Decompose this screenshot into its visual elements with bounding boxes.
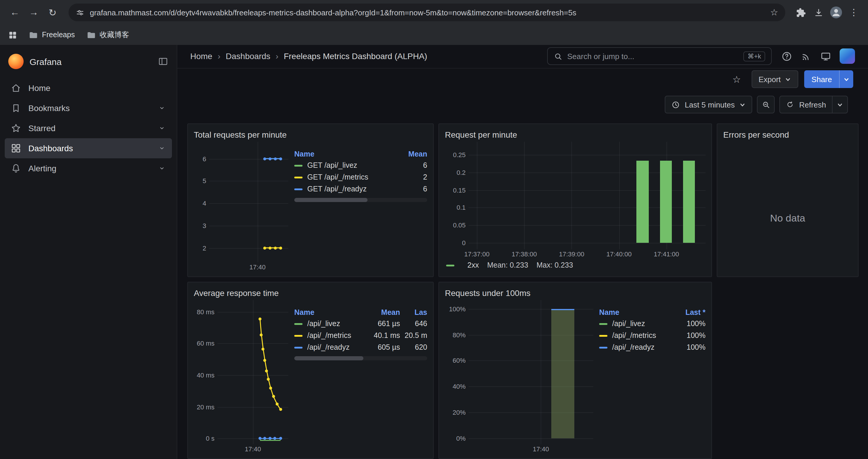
panel-title[interactable]: Errors per second [723, 128, 852, 142]
bar-chart-plot[interactable] [469, 300, 593, 444]
legend[interactable]: 2xx Mean: 0.233 Max: 0.233 [445, 259, 706, 272]
sidebar-item-home[interactable]: Home [5, 78, 172, 98]
back-button[interactable]: ← [6, 4, 24, 21]
address-bar[interactable]: grafana.mathmast.com/d/deytv4rwavabkb/fr… [68, 4, 785, 21]
news-icon[interactable] [801, 51, 812, 62]
extensions-icon[interactable] [793, 4, 809, 21]
sidebar-item-alerting[interactable]: Alerting [5, 158, 172, 178]
help-icon[interactable] [781, 51, 793, 62]
forward-button[interactable]: → [25, 4, 42, 21]
legend-row[interactable]: /api/_/readyz100% [599, 341, 706, 353]
export-label: Export [758, 75, 780, 84]
legend-scrollbar[interactable] [294, 198, 427, 202]
x-tick-label: 17:41:00 [654, 251, 679, 258]
bookmark-folder-freeleaps[interactable]: Freeleaps [29, 30, 75, 39]
gridline [541, 300, 541, 444]
bar [637, 161, 649, 243]
profile-avatar[interactable] [828, 4, 844, 21]
y-axis: 65432 [194, 142, 209, 262]
scrollbar-thumb[interactable] [294, 356, 363, 360]
apps-grid-icon[interactable] [8, 30, 17, 39]
legend-row[interactable]: GET /api/_/metrics2 [294, 171, 427, 183]
user-avatar[interactable] [840, 49, 855, 64]
bookmark-star-icon[interactable]: ☆ [770, 7, 778, 18]
chevron-down-icon[interactable] [158, 124, 166, 132]
legend-series-name[interactable]: 2xx [467, 261, 479, 269]
chevron-down-icon[interactable] [158, 164, 166, 172]
legend-scrollbar[interactable] [294, 356, 427, 360]
y-tick-label: 40 ms [197, 371, 215, 379]
search-input[interactable]: Search or jump to... ⌘+k [547, 47, 772, 65]
legend-row[interactable]: /api/_/metrics40.1 ms20.5 m [294, 330, 427, 341]
gridline [469, 155, 706, 155]
series-swatch [294, 335, 303, 337]
legend-table: NameMeanLas/api/_livez661 µs646/api/_/me… [294, 300, 427, 454]
series-swatch [294, 189, 303, 190]
legend-row[interactable]: /api/_livez661 µs646 [294, 318, 427, 330]
legend-header[interactable]: Name [294, 149, 386, 160]
search-placeholder: Search or jump to... [567, 52, 739, 61]
legend-row[interactable]: /api/_/readyz605 µs620 [294, 341, 427, 353]
scrollbar-thumb[interactable] [294, 198, 368, 202]
time-series-plot[interactable] [217, 300, 288, 444]
sidebar-collapse-icon[interactable] [158, 56, 168, 67]
legend-header[interactable]: Las [400, 307, 427, 318]
series-value: 2 [386, 171, 427, 183]
panel-title[interactable]: Total requests per minute [194, 128, 427, 142]
data-point [267, 378, 270, 381]
bar-chart-plot[interactable] [469, 142, 706, 249]
y-tick-label: 100% [449, 305, 466, 312]
legend-header[interactable]: Mean [386, 149, 427, 160]
sidebar-item-label: Alerting [28, 164, 56, 173]
sidebar-item-bookmarks[interactable]: Bookmarks [5, 98, 172, 118]
site-settings-icon[interactable] [75, 8, 85, 17]
legend-row[interactable]: /api/_livez100% [599, 318, 706, 330]
bookmark-folder-blogs[interactable]: 收藏博客 [87, 30, 129, 40]
legend-header[interactable]: Name [294, 307, 366, 318]
x-tick-label: 17:40 [533, 446, 549, 453]
chevron-down-icon[interactable] [158, 104, 166, 112]
chevron-down-icon[interactable] [158, 144, 166, 153]
x-tick-label: 17:39:00 [559, 251, 584, 258]
gridline [572, 142, 572, 249]
legend-row[interactable]: GET /api/_livez6 [294, 160, 427, 171]
legend-header[interactable]: Name [599, 307, 664, 318]
kiosk-monitor-icon[interactable] [820, 51, 831, 62]
legend-row[interactable]: GET /api/_/readyz6 [294, 183, 427, 195]
legend-row[interactable]: /api/_/metrics100% [599, 330, 706, 341]
export-button[interactable]: Export [751, 71, 798, 88]
legend-header[interactable]: Mean [366, 307, 400, 318]
series-value: 6 [386, 183, 427, 195]
grafana-logo[interactable] [8, 54, 24, 69]
series-value: 661 µs [366, 318, 400, 330]
x-tick-label: 17:37:00 [464, 251, 490, 258]
series-name: /api/_/readyz [612, 343, 654, 352]
time-range-picker[interactable]: Last 5 minutes [665, 96, 752, 113]
panel-title[interactable]: Requests under 100ms [445, 286, 706, 300]
share-button[interactable]: Share [804, 71, 839, 88]
data-point [265, 369, 268, 372]
url-text[interactable]: grafana.mathmast.com/d/deytv4rwavabkb/fr… [90, 8, 765, 17]
favorite-star-button[interactable]: ☆ [728, 71, 745, 88]
y-tick-label: 5 [203, 177, 206, 185]
data-point [269, 387, 272, 390]
breadcrumb-dashboards[interactable]: Dashboards [226, 52, 270, 61]
panel-title[interactable]: Average response time [194, 286, 427, 300]
time-series-plot[interactable] [209, 142, 288, 262]
sidebar-item-starred[interactable]: Starred [5, 118, 172, 138]
reload-button[interactable]: ↻ [44, 4, 61, 21]
legend-mean: Mean: 0.233 [487, 261, 528, 269]
share-dropdown-button[interactable] [839, 71, 853, 88]
breadcrumb-home[interactable]: Home [190, 52, 212, 61]
refresh-button[interactable]: Refresh [780, 96, 832, 113]
y-tick-label: 20 ms [197, 403, 215, 410]
panel-title[interactable]: Request per minute [445, 128, 706, 142]
series-name: /api/_livez [307, 320, 340, 328]
sidebar-item-dashboards[interactable]: Dashboards [5, 138, 172, 158]
legend-header[interactable]: Last * [664, 307, 706, 318]
browser-menu-icon[interactable]: ⋮ [845, 4, 862, 21]
zoom-out-button[interactable] [757, 96, 775, 113]
refresh-interval-dropdown[interactable] [832, 96, 847, 113]
downloads-icon[interactable] [810, 4, 827, 21]
series-swatch [294, 177, 303, 178]
